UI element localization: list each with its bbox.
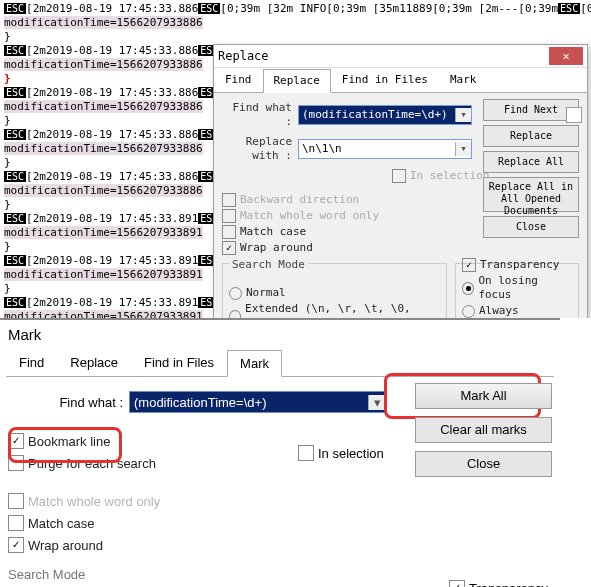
on-losing-focus-radio[interactable]	[462, 282, 474, 295]
replace-all-button[interactable]: Replace All	[483, 151, 579, 173]
chevron-down-icon[interactable]: ▾	[368, 395, 385, 410]
in-selection-checkbox[interactable]	[298, 445, 314, 461]
replace-with-label: Replace with :	[222, 135, 292, 163]
find-next-extra-checkbox[interactable]	[566, 107, 582, 123]
log-line: ESC[2m2019-08-19 17:45:33.886ESC[0;39m […	[4, 2, 587, 16]
highlight-annotation	[8, 427, 122, 463]
tab-find[interactable]: Find	[6, 349, 57, 376]
backward-checkbox	[222, 193, 236, 207]
log-line: }	[4, 30, 587, 44]
mark-dialog: Mark Find Replace Find in Files Mark Mar…	[0, 318, 560, 587]
normal-radio[interactable]	[229, 287, 242, 300]
find-what-input[interactable]: (modificationTime=\d+)▾	[129, 391, 386, 413]
tab-mark[interactable]: Mark	[439, 68, 488, 92]
editor-log: ESC[2m2019-08-19 17:45:33.886ESC[0;39m […	[0, 0, 591, 318]
replace-with-input[interactable]: \n\1\n▾	[298, 139, 472, 159]
transparency-checkbox[interactable]	[449, 580, 465, 587]
search-mode-label: Search Mode	[229, 258, 308, 272]
whole-word-checkbox	[222, 209, 236, 223]
dialog-titlebar[interactable]: Replace ✕	[214, 45, 587, 68]
tab-mark[interactable]: Mark	[227, 350, 282, 377]
tab-replace[interactable]: Replace	[263, 69, 331, 93]
match-case-checkbox[interactable]	[222, 225, 236, 239]
close-button[interactable]: Close	[415, 451, 552, 477]
always-radio[interactable]	[462, 305, 475, 318]
log-line: modificationTime=1566207933886	[4, 16, 587, 30]
chevron-down-icon[interactable]: ▾	[455, 142, 471, 156]
replace-all-opened-button[interactable]: Replace All in All Opened Documents	[483, 177, 579, 212]
tab-find-in-files[interactable]: Find in Files	[331, 68, 439, 92]
tab-find[interactable]: Find	[214, 68, 263, 92]
find-what-label: Find what :	[8, 395, 123, 410]
find-next-button[interactable]: Find Next	[483, 99, 579, 121]
in-selection-checkbox	[392, 169, 406, 183]
chevron-down-icon[interactable]: ▾	[455, 108, 471, 122]
find-what-input[interactable]: (modificationTime=\d+)▾	[298, 105, 472, 125]
mark-all-button[interactable]: Mark All	[415, 383, 552, 409]
wrap-checkbox[interactable]	[8, 537, 24, 553]
dialog-tabs: Find Replace Find in Files Mark	[214, 68, 587, 93]
match-case-checkbox[interactable]	[8, 515, 24, 531]
transparency-checkbox[interactable]	[462, 258, 476, 272]
replace-dialog: Replace ✕ Find Replace Find in Files Mar…	[213, 44, 588, 318]
close-button[interactable]: ✕	[549, 47, 583, 65]
close-dialog-button[interactable]: Close	[483, 216, 579, 238]
find-what-label: Find what :	[222, 101, 292, 129]
replace-button[interactable]: Replace	[483, 125, 579, 147]
dialog-title: Replace	[218, 49, 549, 63]
clear-marks-button[interactable]: Clear all marks	[415, 417, 552, 443]
tab-find-in-files[interactable]: Find in Files	[131, 349, 227, 376]
whole-word-checkbox	[8, 493, 24, 509]
tab-replace[interactable]: Replace	[57, 349, 131, 376]
extended-radio[interactable]	[229, 310, 241, 319]
wrap-checkbox[interactable]	[222, 241, 236, 255]
mark-title: Mark	[0, 320, 560, 349]
